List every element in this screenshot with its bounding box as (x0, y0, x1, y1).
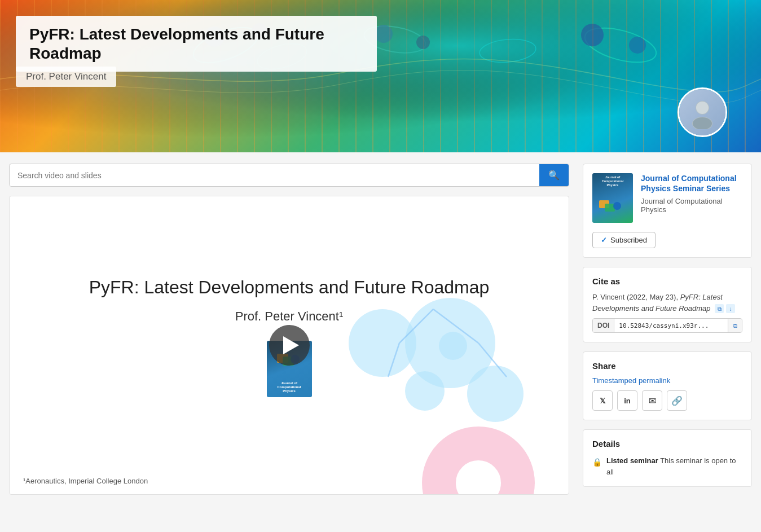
svg-point-16 (693, 117, 712, 129)
journal-thumb-graphic-icon (597, 194, 628, 221)
journal-series-title[interactable]: Journal of Computational Physics Seminar… (641, 173, 742, 194)
svg-point-15 (696, 102, 709, 114)
check-icon: ✓ (601, 236, 607, 244)
cite-section: Cite as P. Vincent (2022, May 23), PyFR:… (583, 267, 752, 342)
video-container[interactable]: PyFR: Latest Developments and Future Roa… (9, 196, 569, 495)
svg-point-9 (375, 25, 393, 43)
cite-copy-icon[interactable]: ⧉ (715, 304, 724, 313)
play-button[interactable] (269, 325, 310, 366)
email-share-button[interactable]: ✉ (642, 390, 662, 411)
linkedin-icon: in (624, 397, 631, 405)
avatar (678, 87, 727, 137)
slide-title: PyFR: Latest Developments and Future Roa… (89, 277, 490, 298)
doi-value: 10.52843/cassyni.x93r... (614, 319, 728, 332)
hero-title: PyFR: Latest Developments and Future Roa… (29, 25, 363, 63)
hero-author: Prof. Peter Vincent (26, 71, 106, 82)
journal-info: Journal of Computational Physics Seminar… (641, 173, 742, 214)
seminar-type: Listed seminar (606, 456, 658, 465)
link-icon: 🔗 (671, 395, 683, 406)
doi-row: DOI 10.52843/cassyni.x93r... ⧉ (592, 318, 742, 333)
journal-publisher: Journal of Computational Physics (641, 197, 742, 214)
twitter-share-button[interactable]: 𝕏 (592, 390, 613, 411)
subscribed-label: Subscribed (610, 236, 647, 244)
details-row: 🔒 Listed seminar This seminar is open to… (592, 455, 742, 477)
journal-thumbnail: Journal ofComputationalPhysics (592, 173, 633, 223)
main-container: 🔍 PyFR: Latest Developments and Future R… (0, 152, 761, 506)
hero-banner: PyFR: Latest Developments and Future Roa… (0, 0, 761, 152)
deco-arc (422, 427, 535, 495)
cite-text: P. Vincent (2022, May 23), PyFR: Latest … (592, 292, 742, 314)
doi-copy-icon[interactable]: ⧉ (728, 319, 742, 332)
svg-point-11 (581, 24, 604, 46)
share-heading: Share (592, 361, 742, 371)
share-section: Share Timestamped permalink 𝕏 in ✉ 🔗 (583, 351, 752, 420)
twitter-icon: 𝕏 (600, 397, 605, 405)
journal-cover-title: Journal ofComputationalPhysics (278, 381, 301, 394)
linkedin-share-button[interactable]: in (617, 390, 637, 411)
journal-header: Journal ofComputationalPhysics Journal o… (592, 173, 742, 223)
details-heading: Details (592, 439, 742, 449)
sidebar: Journal ofComputationalPhysics Journal o… (583, 164, 752, 495)
details-section: Details 🔒 Listed seminar This seminar is… (583, 429, 752, 487)
search-input[interactable] (10, 165, 539, 186)
search-bar: 🔍 (9, 164, 569, 187)
svg-point-10 (416, 36, 430, 49)
slide-author: Prof. Peter Vincent¹ (235, 309, 344, 324)
avatar-person-icon (685, 95, 719, 129)
search-icon: 🔍 (548, 170, 560, 180)
svg-point-12 (629, 37, 646, 54)
timestamped-permalink[interactable]: Timestamped permalink (592, 376, 742, 385)
content-area: 🔍 PyFR: Latest Developments and Future R… (9, 164, 569, 495)
slide-affiliation: ¹Aeronautics, Imperial College London (23, 477, 148, 485)
cite-heading: Cite as (592, 276, 742, 286)
lock-icon: 🔒 (592, 456, 602, 468)
cite-download-icon[interactable]: ↓ (726, 304, 735, 313)
share-icons: 𝕏 in ✉ 🔗 (592, 390, 742, 411)
doi-label: DOI (593, 319, 614, 332)
search-button[interactable]: 🔍 (539, 164, 569, 186)
hero-author-box: Prof. Peter Vincent (16, 67, 116, 87)
subscribed-button[interactable]: ✓ Subscribed (592, 232, 656, 248)
cite-text-prefix: P. Vincent (2022, May 23), (592, 293, 680, 301)
journal-card: Journal ofComputationalPhysics Journal o… (583, 164, 752, 258)
link-share-button[interactable]: 🔗 (667, 390, 687, 411)
hero-title-box: PyFR: Latest Developments and Future Roa… (16, 16, 377, 72)
email-icon: ✉ (649, 395, 656, 406)
svg-point-26 (613, 202, 621, 210)
